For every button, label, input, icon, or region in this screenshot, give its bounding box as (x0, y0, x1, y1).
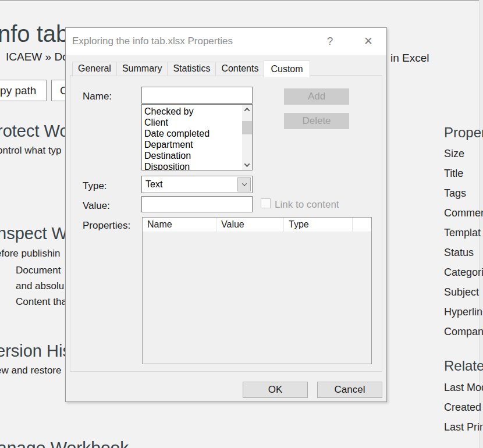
properties-field-label: Properties: (83, 220, 130, 232)
type-dropdown-value: Text (145, 176, 162, 193)
inspect-workbook-description: efore publishin (0, 248, 61, 259)
name-input[interactable] (141, 87, 253, 104)
window-top-edge (0, 0, 483, 1)
tab-general[interactable]: General (72, 62, 117, 76)
property-label-tags[interactable]: Tags (444, 183, 483, 203)
list-item-client[interactable]: Client (142, 117, 242, 128)
related-dates-heading: Related (444, 358, 483, 374)
tab-contents[interactable]: Contents (215, 62, 264, 76)
scroll-down-icon[interactable] (242, 160, 252, 170)
property-label-size: Size (444, 144, 483, 163)
property-label-template: Templat (444, 223, 483, 243)
custom-properties-table[interactable]: Name Value Type (142, 217, 372, 364)
related-label-last-printed: Last Prin (444, 417, 483, 437)
excel-backstage-info-page: nfo tab ICAEW » Doc in Excel opy path C … (0, 0, 483, 448)
table-header-stub (353, 218, 371, 232)
property-label-title[interactable]: Title (444, 163, 483, 183)
property-name-listbox[interactable]: Checked by Client Date completed Departm… (141, 104, 253, 170)
table-header-type[interactable]: Type (284, 218, 353, 232)
table-header-name[interactable]: Name (143, 218, 216, 232)
related-dates-list: Last Mod Created Last Prin (444, 378, 483, 437)
dialog-titlebar[interactable]: Exploring the info tab.xlsx Properties ?… (66, 28, 386, 55)
property-label-subject[interactable]: Subject (444, 282, 483, 302)
name-field-label: Name: (83, 91, 112, 102)
version-history-heading: ersion His (0, 342, 71, 361)
type-field-label: Type: (83, 180, 107, 192)
inspect-list-item2: Content tha (16, 296, 67, 308)
cancel-button[interactable]: Cancel (317, 382, 382, 398)
property-label-categories[interactable]: Categori (444, 262, 483, 282)
property-name-list: Checked by Client Date completed Departm… (142, 106, 242, 170)
protect-workbook-description: ontrol what typ (0, 145, 62, 157)
link-to-content-label: Link to content (275, 199, 339, 211)
scroll-up-icon[interactable] (242, 105, 252, 115)
dialog-title: Exploring the info tab.xlsx Properties (72, 28, 233, 55)
table-body-empty (143, 232, 371, 364)
ok-button[interactable]: OK (243, 382, 308, 398)
scrollbar-thumb[interactable] (242, 121, 252, 134)
dialog-tabstrip: General Summary Statistics Contents Cust… (72, 60, 310, 76)
list-item-department[interactable]: Department (142, 139, 242, 150)
inspect-list-item-line1: Document (16, 265, 61, 276)
list-item-date-completed[interactable]: Date completed (142, 128, 242, 139)
table-header-row: Name Value Type (143, 218, 371, 232)
inspect-list-item-line2: and absolu (16, 280, 64, 292)
tab-statistics[interactable]: Statistics (167, 62, 216, 76)
chevron-down-icon (242, 181, 246, 186)
version-history-description: ew and restore (0, 365, 61, 376)
protect-workbook-heading: rotect Wo (0, 122, 69, 141)
list-item-destination[interactable]: Destination (142, 150, 242, 161)
breadcrumb-suffix-text: in Excel (390, 52, 429, 65)
value-input[interactable] (141, 196, 253, 212)
type-dropdown-button[interactable] (237, 177, 251, 191)
file-properties-dialog: Exploring the info tab.xlsx Properties ?… (65, 27, 387, 402)
list-item-checked-by[interactable]: Checked by (142, 106, 242, 117)
add-button[interactable]: Add (284, 88, 349, 105)
link-to-content-checkbox[interactable] (261, 198, 271, 208)
properties-panel-heading: Proper (444, 125, 483, 141)
tab-summary[interactable]: Summary (116, 62, 168, 76)
close-icon[interactable]: ✕ (359, 28, 378, 55)
copy-path-button-label: opy path (0, 84, 36, 97)
related-label-created: Created (444, 397, 483, 417)
help-icon[interactable]: ? (322, 28, 338, 55)
properties-panel-list: Size Title Tags Commen Templat Status Ca… (444, 144, 483, 342)
related-label-last-modified: Last Mod (444, 378, 483, 397)
delete-button[interactable]: Delete (284, 113, 349, 129)
table-header-value[interactable]: Value (216, 218, 284, 232)
breadcrumb: ICAEW » Doc (6, 51, 74, 63)
property-label-company[interactable]: Compan (444, 322, 483, 342)
value-field-label: Value: (83, 200, 110, 212)
copy-path-button[interactable]: opy path (0, 80, 47, 101)
page-title: nfo tab (0, 21, 69, 47)
property-label-comments[interactable]: Commen (444, 203, 483, 223)
type-dropdown[interactable]: Text (141, 176, 253, 193)
property-label-hyperlink-base: Hyperlin (444, 302, 483, 322)
listbox-scrollbar[interactable] (242, 105, 252, 170)
custom-tab-page: Name: Checked by Client Date completed D… (70, 75, 382, 372)
tab-custom[interactable]: Custom (264, 61, 310, 77)
list-item-disposition[interactable]: Disposition (142, 161, 242, 170)
property-label-status[interactable]: Status (444, 243, 483, 262)
manage-workbook-heading: anage Workbook (0, 438, 129, 448)
